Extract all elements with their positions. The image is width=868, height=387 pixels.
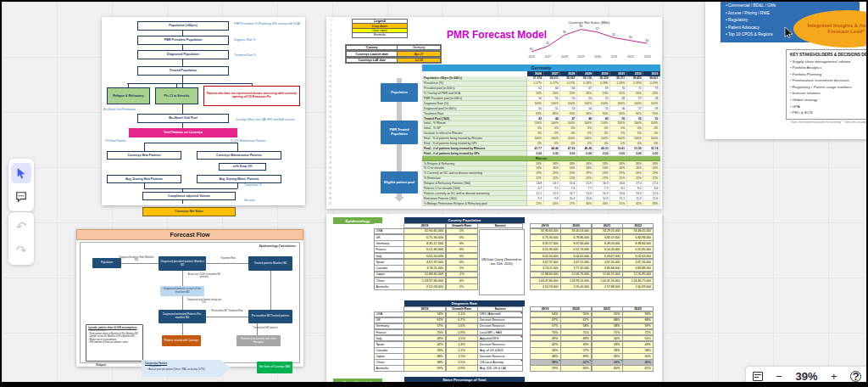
x-tick-label: 2027 xyxy=(545,55,552,59)
stakeholders-panel[interactable]: Commercial / BD&L / GMsAccess / Pricing … xyxy=(705,2,868,139)
population-source-cell: UN Data Query (Sourced on Jan 15th, 2020… xyxy=(479,229,525,295)
ff-label-diagnosed-only: Diagnosed only/ female during rate (%) xyxy=(186,300,223,305)
redo-button[interactable]: ↷ xyxy=(11,240,31,261)
region-header: Germany xyxy=(422,64,660,71)
ff-population: Population xyxy=(92,258,121,268)
stakeholder-item: Global strategy xyxy=(790,97,868,104)
model-cell: 0.00 xyxy=(577,151,594,156)
ff-label-actual-rate: Actual rate (100% of manifest M2 patient… xyxy=(186,274,223,279)
column-header: Growth Rate xyxy=(446,382,478,387)
loe-date-value[interactable]: Jul-38 xyxy=(397,58,441,63)
help-button[interactable]: ? xyxy=(850,371,861,382)
x-tick-label: 2030 xyxy=(594,55,601,59)
connector-line xyxy=(144,143,145,151)
epidemiology-tables[interactable]: Epidemiology Country Population 2019Grow… xyxy=(326,214,662,387)
projection-cell: 59% xyxy=(530,365,561,372)
key-stakeholders-list: Supply chain management/ volumePortfolio… xyxy=(790,59,868,116)
data-label: $3 xyxy=(646,39,649,42)
projection-cell: 2,52,03,000 xyxy=(530,283,561,290)
frames-button[interactable] xyxy=(753,372,763,381)
ff-label-treatment-rate: Treatment Rate xyxy=(213,258,243,261)
rate-cell: 59% xyxy=(403,365,446,372)
whiteboard-canvas[interactable]: ↶ ↷ Population (>50yrs) PMR Prevalent Po… xyxy=(0,0,868,387)
projection-cell: 60% xyxy=(592,365,623,372)
ff-diagnosed-start: Diagnosed patients at start of the treat… xyxy=(160,286,204,296)
model-row: % Biologic Penetration Relapse & Refract… xyxy=(422,201,660,206)
row-number-gutter: 1234567891011121314151617181920212223242… xyxy=(326,19,332,207)
ff-treated-drug: Patients treated with Cosentyx xyxy=(162,335,201,346)
x-tick-label: 2029 xyxy=(578,55,585,59)
launch-date-value[interactable]: Apr-27 xyxy=(397,51,441,56)
row-number: 37 xyxy=(326,202,331,207)
connector-line xyxy=(237,143,238,151)
note-prevalence: PMR Prevalence % (Removing 20% overlap w… xyxy=(234,23,302,26)
zoom-out-button[interactable]: − xyxy=(776,370,782,383)
row-label: Final - # of patients being treated by G… xyxy=(422,151,527,156)
note-diagnosis-rate: Diagnosis Rate % xyxy=(234,39,255,42)
connector-line xyxy=(144,143,237,143)
toolbar-main xyxy=(8,159,34,211)
forecast-flow-diagram[interactable]: Forecast Flow Epidemiology Calculations … xyxy=(76,229,303,367)
ff-pre-manifest-treated: Pre-manifest M2 Treated patients xyxy=(248,310,292,323)
key-stakeholders-box: KEY STAKEHOLDERS & DECISIONS DEP Supply … xyxy=(786,49,868,120)
column-header: Source (2019) xyxy=(477,382,523,387)
pmr-forecast-model-sheet[interactable]: 1234567891011121314151617181920212223242… xyxy=(326,17,662,209)
comment-bubble-icon xyxy=(15,191,27,203)
note-net-price: Net price xyxy=(244,199,255,203)
model-cell: 0.00 xyxy=(627,151,644,156)
model-table-body: Population >50yrs (In 000's)37,97438,013… xyxy=(422,76,660,206)
ff-other-therapies: Patients (not treated) with other therap… xyxy=(236,335,281,346)
note-oral-penetration: Bx+Novel Oral Penetration xyxy=(103,109,147,112)
zoom-in-button[interactable]: + xyxy=(831,370,837,383)
stakeholder-item: Regulatory / Patient usage numbers xyxy=(790,84,868,91)
net-sales-line xyxy=(531,30,648,52)
growth-cell: 1% xyxy=(446,283,478,290)
source-cell: DRG (Adjusted) xyxy=(477,311,523,318)
country-cell: Australia xyxy=(374,365,404,372)
undo-button[interactable]: ↶ xyxy=(11,216,31,237)
data-label: $4 xyxy=(629,36,632,39)
flow-line xyxy=(182,323,183,335)
model-cell: 30% xyxy=(593,201,610,206)
comment-tool[interactable] xyxy=(11,187,31,207)
frames-icon xyxy=(753,372,763,381)
data-label: $2 xyxy=(547,42,550,45)
row-label: % Biologic Penetration Relapse & Refract… xyxy=(422,201,527,206)
model-cell: 0.00 xyxy=(560,151,577,156)
undo-icon: ↶ xyxy=(16,219,27,234)
zoom-level[interactable]: 39% xyxy=(795,370,817,383)
header-row: 2019Growth RateSource (2019) xyxy=(374,382,523,387)
mouse-cursor-icon xyxy=(784,27,793,38)
data-label: $8 xyxy=(580,25,583,28)
select-tool[interactable] xyxy=(11,163,31,183)
note-new-pct: X% New Patients xyxy=(105,140,126,143)
ff-diagnosed-prevalent: Diagnosed prevalent patients Manifest M2 xyxy=(159,256,206,271)
function-item: Commercial / BD&L / GMs xyxy=(726,3,854,10)
flow-line xyxy=(182,271,183,286)
x-tick-label: 2033 xyxy=(644,55,651,59)
stakeholder-item: Supply chain management/ volume xyxy=(790,59,868,65)
source-cell: Avg. (US, UK & CA) xyxy=(477,365,523,372)
model-cell: 22% xyxy=(527,201,544,206)
projection-cell: 60% xyxy=(560,365,592,372)
table-row: 2,52,03,0002,55,00,0002,57,88,0002,60,69… xyxy=(530,284,654,290)
node-remission-note: Patients who have not experienced diseas… xyxy=(203,86,300,106)
note-share: Cosentyx Share (incl. BA, FFC and BioE e… xyxy=(236,119,302,122)
source-cell: CN Local Assump. xyxy=(477,359,523,366)
model-cell: 31% xyxy=(610,201,627,206)
node-oral-pool: Bx+Novel Oral Pool xyxy=(137,114,229,123)
note-treatment-rate: Treatment Rate % xyxy=(234,54,256,58)
patient-flow-diagram[interactable]: Population (>50yrs) PMR Prevalent Popula… xyxy=(102,17,305,205)
ff-assumptions-box: Launch, patient share & GtN assumptions … xyxy=(86,324,143,362)
note-maint-pct: (1-X)% Maintenance Patients xyxy=(231,140,265,143)
node-total-patients: Total Patients on Cosentyx xyxy=(129,128,237,137)
model-cell: 33% xyxy=(643,201,660,206)
model-cell: 24% xyxy=(544,201,561,206)
x-tick-label: 2032 xyxy=(627,55,634,59)
corner-note: Epidemiology Calculations xyxy=(259,245,296,249)
ff-conversion-chevron: Conversion Factors • Compliance• Annual … xyxy=(142,360,231,377)
country-value[interactable]: Germany xyxy=(397,45,441,50)
stakeholder-item: PEC & ECN xyxy=(790,109,868,116)
x-tick-label: 2031 xyxy=(611,55,618,59)
connector-line xyxy=(127,83,253,84)
